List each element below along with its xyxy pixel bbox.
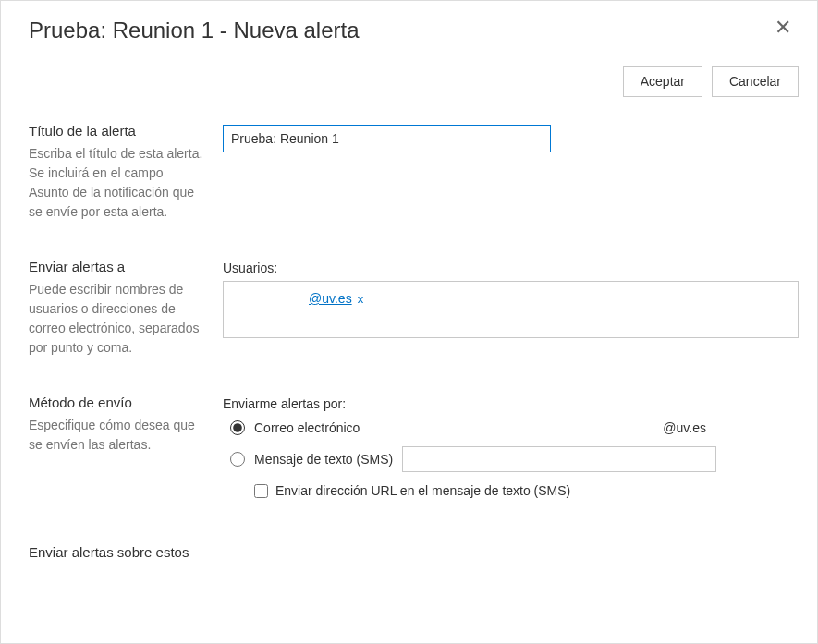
sms-radio-label: Mensaje de texto (SMS): [254, 452, 393, 467]
section-left: Enviar alertas a Puede escribir nombres …: [29, 259, 223, 358]
section-delivery-method: Método de envío Especifique cómo desea q…: [29, 395, 799, 498]
section-right: [223, 123, 799, 152]
section-left: Título de la alerta Escriba el título de…: [29, 123, 223, 222]
radio-row-sms: Mensaje de texto (SMS): [223, 446, 799, 472]
user-entry: @uv.es x: [309, 291, 363, 306]
sms-number-input[interactable]: [402, 446, 716, 472]
section-heading: Enviar alertas sobre estos: [29, 544, 204, 560]
dialog-header: Prueba: Reunion 1 - Nueva alerta ✕: [1, 1, 817, 51]
section-description: Especifique cómo desea que se envíen las…: [29, 416, 204, 455]
section-right: Usuarios: @uv.es x: [223, 259, 799, 338]
section-right: Enviarme alertas por: Correo electrónico…: [223, 395, 799, 498]
section-left: Método de envío Especifique cómo desea q…: [29, 395, 223, 455]
radio-row-email: Correo electrónico @uv.es: [223, 420, 799, 435]
section-heading: Enviar alertas a: [29, 259, 204, 274]
section-left: Enviar alertas sobre estos: [29, 544, 223, 565]
send-url-checkbox[interactable]: [254, 484, 268, 498]
accept-button[interactable]: Aceptar: [623, 66, 702, 97]
users-label: Usuarios:: [223, 261, 799, 275]
section-alert-title: Título de la alerta Escriba el título de…: [29, 123, 799, 222]
email-radio[interactable]: [230, 420, 245, 435]
section-heading: Título de la alerta: [29, 123, 204, 139]
dialog-body-scroll[interactable]: Aceptar Cancelar Título de la alerta Esc…: [1, 51, 817, 643]
section-send-to: Enviar alertas a Puede escribir nombres …: [29, 259, 799, 358]
users-input-box[interactable]: @uv.es x: [223, 281, 799, 338]
dialog-title: Prueba: Reunion 1 - Nueva alerta: [29, 18, 360, 43]
send-url-label: Enviar dirección URL en el mensaje de te…: [275, 483, 570, 498]
section-description: Puede escribir nombres de usuarios o dir…: [29, 280, 204, 358]
close-icon[interactable]: ✕: [769, 18, 797, 38]
user-link[interactable]: @uv.es: [309, 291, 352, 306]
email-address-display: @uv.es: [663, 420, 706, 435]
sms-radio[interactable]: [230, 452, 245, 467]
delivery-radio-group: Correo electrónico @uv.es Mensaje de tex…: [223, 420, 799, 498]
alert-title-input[interactable]: [223, 125, 551, 152]
section-right: [223, 544, 799, 546]
delivery-group-label: Enviarme alertas por:: [223, 396, 799, 411]
checkbox-row-url: Enviar dirección URL en el mensaje de te…: [223, 483, 799, 498]
remove-user-icon[interactable]: x: [358, 292, 364, 306]
section-heading: Método de envío: [29, 395, 204, 410]
cancel-button[interactable]: Cancelar: [712, 66, 799, 97]
section-description: Escriba el título de esta alerta. Se inc…: [29, 144, 204, 222]
email-radio-label: Correo electrónico: [254, 420, 360, 435]
section-alert-on: Enviar alertas sobre estos: [29, 544, 799, 565]
action-buttons: Aceptar Cancelar: [29, 66, 799, 97]
new-alert-dialog: Prueba: Reunion 1 - Nueva alerta ✕ Acept…: [0, 0, 818, 644]
